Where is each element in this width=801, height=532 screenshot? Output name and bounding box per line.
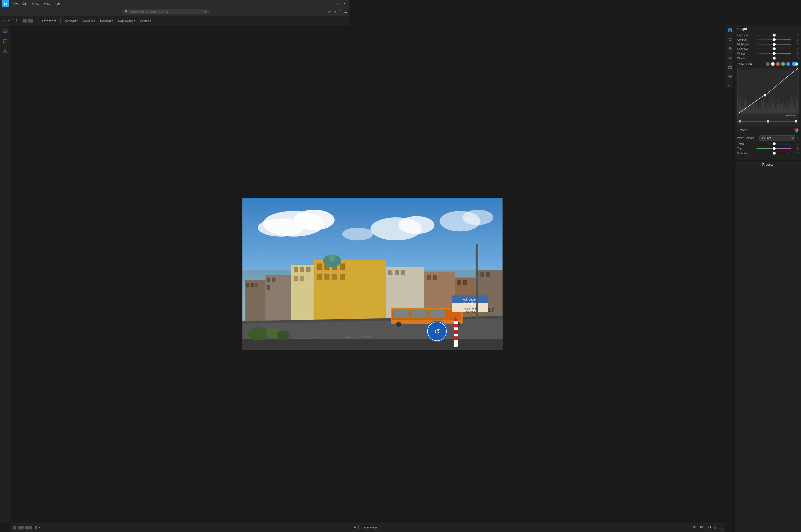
titlebar-left: Lr File Edit Photo View Help bbox=[2, 0, 62, 7]
minimize-button[interactable]: ─ bbox=[328, 2, 333, 5]
svg-rect-2 bbox=[3, 40, 7, 43]
sidebar-item-albums[interactable] bbox=[2, 38, 8, 44]
close-button[interactable]: ✕ bbox=[342, 2, 347, 5]
content-area: Ж.К. Люлин Lyulin Dstr. Калотина Kalotin… bbox=[10, 25, 349, 225]
camera-chevron: ▾ bbox=[94, 19, 95, 22]
filmstrip-view-icon[interactable] bbox=[28, 19, 33, 22]
filter-icon[interactable]: ▼ bbox=[204, 10, 207, 14]
stars-label: ≥ ★★★★★ bbox=[41, 19, 56, 22]
view-menu[interactable]: View bbox=[42, 2, 52, 6]
help-button[interactable]: ? bbox=[339, 10, 341, 14]
filter-bar: + ⚑ ⚐ ⚐ ≥ ★★★★★ Keyword ▾ Camera ▾ Locat… bbox=[0, 16, 349, 25]
keyword-chevron: ▾ bbox=[77, 19, 78, 22]
grid-view-icon[interactable] bbox=[22, 19, 27, 22]
svg-point-3 bbox=[4, 50, 6, 51]
app-logo: Lr bbox=[2, 0, 9, 7]
keyword-filter[interactable]: Keyword ▾ bbox=[63, 18, 80, 23]
search-icon: 🔍 bbox=[125, 10, 129, 13]
search-bar: 🔍 ▼ bbox=[6, 9, 326, 14]
search-input[interactable] bbox=[130, 10, 202, 13]
search-container: 🔍 ▼ bbox=[122, 9, 209, 14]
filter-flags: ⚑ ⚐ ⚐ bbox=[7, 19, 19, 23]
people-filter[interactable]: People ▾ bbox=[138, 18, 153, 23]
add-icon[interactable]: + bbox=[2, 10, 4, 13]
flag-icon[interactable]: ⚑ bbox=[7, 19, 10, 23]
share-button[interactable]: ⇧ bbox=[333, 10, 337, 14]
flag-unflagged-icon[interactable]: ⚐ bbox=[16, 19, 19, 23]
people-label: People bbox=[140, 19, 149, 22]
separator-2 bbox=[60, 18, 61, 23]
flag-reject-icon[interactable]: ⚐ bbox=[11, 19, 15, 23]
sync-chevron: ▾ bbox=[134, 19, 135, 22]
plus-add-icon[interactable]: + bbox=[3, 18, 5, 23]
camera-label: Camera bbox=[83, 19, 93, 22]
view-icons bbox=[22, 19, 33, 22]
left-sidebar bbox=[0, 25, 10, 225]
titlebar: Lr File Edit Photo View Help ─ □ ✕ bbox=[0, 0, 349, 7]
cloud-button[interactable]: ☁ bbox=[344, 10, 347, 14]
sync-status-filter[interactable]: Sync Status ▾ bbox=[116, 18, 137, 23]
keyword-label: Keyword bbox=[65, 19, 76, 22]
help-menu[interactable]: Help bbox=[53, 2, 62, 6]
svg-rect-0 bbox=[3, 29, 7, 32]
location-label: Location bbox=[100, 19, 111, 22]
file-menu[interactable]: File bbox=[12, 2, 19, 6]
photo-container: Ж.К. Люлин Lyulin Dstr. Калотина Kalotin… bbox=[242, 198, 350, 225]
toolbar-right: ↩ ⇧ ? ☁ bbox=[328, 10, 347, 14]
edit-menu[interactable]: Edit bbox=[21, 2, 29, 6]
window-controls: ─ □ ✕ bbox=[328, 2, 347, 5]
undo-button[interactable]: ↩ bbox=[328, 10, 331, 14]
maximize-button[interactable]: □ bbox=[335, 2, 340, 5]
main-photo: Ж.К. Люлин Lyulin Dstr. Калотина Kalotin… bbox=[242, 198, 350, 225]
camera-filter[interactable]: Camera ▾ bbox=[81, 18, 97, 23]
sidebar-item-people[interactable] bbox=[2, 48, 8, 54]
main-toolbar: + 🔍 ▼ ↩ ⇧ ? ☁ bbox=[0, 7, 349, 16]
sync-status-label: Sync Status bbox=[118, 19, 133, 22]
photo-menu[interactable]: Photo bbox=[31, 2, 41, 6]
sidebar-item-photos[interactable] bbox=[2, 27, 8, 34]
people-chevron: ▾ bbox=[150, 19, 151, 22]
location-filter[interactable]: Location ▾ bbox=[98, 18, 115, 23]
filter-stars[interactable]: ≥ ★★★★★ bbox=[39, 18, 58, 23]
location-chevron: ▾ bbox=[112, 19, 113, 22]
